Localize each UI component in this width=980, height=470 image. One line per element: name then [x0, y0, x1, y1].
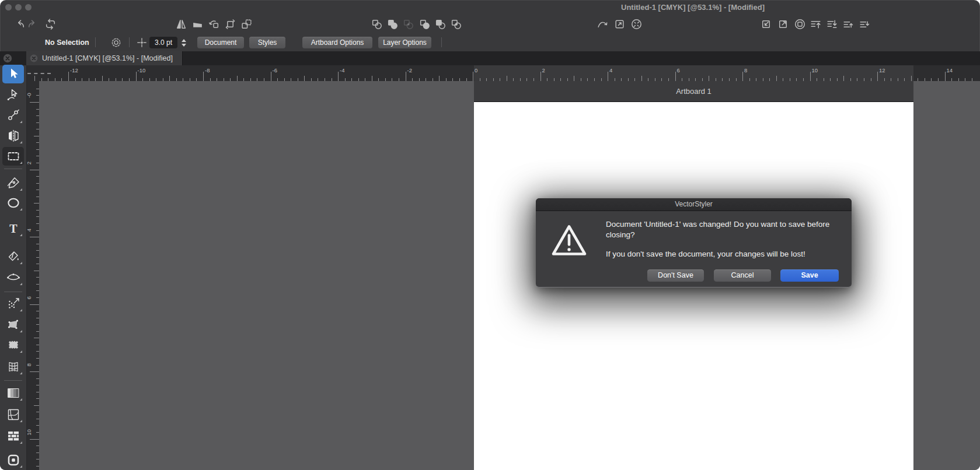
styles-panel-button[interactable]: Styles — [249, 37, 285, 48]
ruler-tick — [742, 72, 743, 81]
gradient-mesh-tool[interactable] — [2, 384, 24, 402]
undo-icon[interactable] — [13, 18, 26, 30]
warp-quad-tool[interactable] — [2, 315, 24, 334]
place-out-icon[interactable] — [777, 18, 789, 30]
ellipse-tool[interactable] — [2, 194, 24, 212]
canvas[interactable]: Artboard 1 VectorStyler Document 'Untitl… — [39, 81, 980, 470]
transform-each-icon[interactable] — [240, 18, 253, 30]
ruler-label: 14 — [947, 67, 953, 73]
ruler-label: -12 — [70, 67, 78, 73]
ruler-label: -0 — [26, 89, 32, 102]
artboard-options-button[interactable]: Artboard Options — [302, 37, 372, 48]
ruler-tick — [877, 72, 878, 81]
redo-icon[interactable] — [27, 18, 39, 30]
ruler-label: -8 — [205, 67, 210, 73]
ruler-tick — [507, 76, 507, 81]
exclude-icon[interactable] — [434, 18, 447, 30]
ruler-tick — [34, 203, 39, 204]
raise-top-icon[interactable] — [810, 18, 822, 30]
artboard-title-strip[interactable]: Artboard 1 — [474, 81, 913, 101]
horizontal-ruler[interactable]: -12-10-8-6-4-202468101214 — [26, 65, 980, 81]
main-toolbar — [0, 14, 980, 34]
pen-tool[interactable] — [2, 174, 24, 192]
warning-triangle-icon — [550, 223, 588, 258]
fill-tool[interactable] — [2, 247, 24, 266]
gear-icon[interactable] — [110, 37, 122, 48]
document-tab[interactable]: Untitled-1 [CMYK] [@53.1%] - [Modified] — [26, 51, 183, 65]
union-outline-icon[interactable] — [371, 18, 383, 30]
ruler-tick — [675, 72, 676, 81]
text-tool[interactable]: T — [2, 219, 24, 238]
ruler-tick — [540, 72, 541, 81]
document-panel-button[interactable]: Document — [197, 37, 244, 48]
ruler-tick — [406, 72, 406, 81]
scatter-tool[interactable] — [2, 294, 24, 313]
ruler-tick — [34, 405, 39, 406]
ruler-tick — [30, 237, 39, 237]
cancel-button[interactable]: Cancel — [714, 269, 771, 282]
ruler-label: 4 — [26, 224, 32, 237]
close-all-tabs-icon[interactable] — [2, 53, 13, 64]
sync-icon[interactable] — [44, 18, 57, 30]
rotate-frame-icon[interactable] — [224, 18, 236, 30]
frame-circle-icon[interactable] — [794, 18, 806, 30]
shear-icon[interactable] — [191, 18, 204, 30]
roughen-tool[interactable] — [2, 336, 24, 355]
ruler-label: -6 — [273, 67, 277, 73]
vertical-ruler[interactable]: -0246810 — [26, 81, 39, 470]
svg-text:T: T — [9, 222, 18, 235]
ruler-label: -2 — [407, 67, 412, 73]
expand-icon[interactable] — [613, 18, 626, 30]
mesh-tool[interactable] — [2, 357, 24, 376]
lower-icon[interactable] — [859, 18, 871, 30]
simplify-curve-icon[interactable] — [597, 18, 609, 30]
close-window-button[interactable] — [5, 4, 12, 10]
tab-label: Untitled-1 [CMYK] [@53.1%] - [Modified] — [42, 54, 173, 62]
pattern-tool[interactable] — [2, 427, 24, 446]
symbol-tool[interactable] — [2, 451, 24, 469]
mirror-tool[interactable] — [2, 127, 24, 145]
ruler-tick — [203, 72, 204, 81]
flip-horizontal-icon[interactable] — [175, 18, 187, 30]
selection-status: No Selection — [45, 34, 89, 51]
tool-separator — [4, 292, 22, 292]
ruler-tick — [608, 72, 608, 81]
zoom-window-button[interactable] — [25, 4, 32, 10]
step-down-icon[interactable] — [182, 44, 186, 47]
layer-options-button[interactable]: Layer Options — [378, 37, 431, 48]
minimize-window-button[interactable] — [15, 4, 22, 10]
rotate-link-icon[interactable] — [208, 18, 220, 30]
lower-bottom-icon[interactable] — [826, 18, 838, 30]
width-tool[interactable] — [2, 268, 24, 287]
close-tab-icon[interactable] — [29, 54, 39, 63]
dialog-message: Document 'Untitled-1' was changed! Do yo… — [606, 219, 838, 240]
subtract-icon[interactable] — [418, 18, 431, 30]
direct-select-tool[interactable] — [2, 86, 24, 104]
place-in-icon[interactable] — [760, 18, 772, 30]
marquee-tool[interactable] — [2, 147, 24, 166]
raise-icon[interactable] — [842, 18, 855, 30]
ruler-label: 2 — [542, 67, 545, 73]
step-up-icon[interactable] — [182, 39, 186, 42]
ruler-tick — [843, 76, 844, 81]
dont-save-button[interactable]: Don't Save — [647, 269, 704, 282]
node-tool[interactable] — [2, 106, 24, 125]
select-tool[interactable] — [2, 65, 24, 83]
stroke-target-icon[interactable] — [136, 37, 148, 48]
ruler-tick — [271, 72, 271, 81]
ruler-tick — [945, 72, 946, 81]
union-icon[interactable] — [386, 18, 399, 30]
stroke-width-stepper[interactable] — [180, 37, 187, 48]
ruler-label: 2 — [26, 156, 32, 169]
intersect-icon[interactable] — [402, 18, 414, 30]
stroke-width-input[interactable]: 3.0 pt — [149, 37, 177, 48]
save-button[interactable]: Save — [780, 269, 839, 282]
unlink-icon[interactable] — [630, 18, 643, 30]
divider — [95, 37, 96, 47]
tab-bar: Untitled-1 [CMYK] [@53.1%] - [Modified] — [0, 51, 980, 65]
lattice-tool[interactable] — [2, 405, 24, 424]
tool-palette: T — [0, 65, 27, 470]
divide-icon[interactable] — [450, 18, 462, 30]
ruler-corner — [27, 73, 51, 74]
ruler-tick — [34, 76, 35, 81]
